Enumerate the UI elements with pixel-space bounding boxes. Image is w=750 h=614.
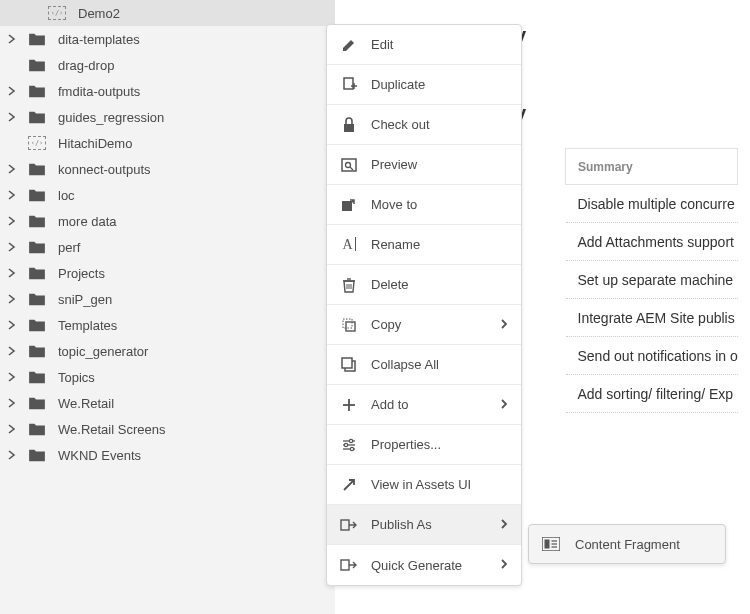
svg-line-6 — [350, 167, 353, 170]
menu-item-label: Properties... — [371, 437, 511, 452]
content-fragment-label: Content Fragment — [575, 537, 680, 552]
menu-item-label: Copy — [371, 317, 497, 332]
menu-item-move-to[interactable]: Move to — [327, 185, 521, 225]
tree-item-fmdita-outputs[interactable]: fmdita-outputs — [0, 78, 335, 104]
menu-item-quick-generate[interactable]: Quick Generate — [327, 545, 521, 585]
tree-item-label: Topics — [58, 370, 95, 385]
folder-icon — [26, 56, 48, 74]
menu-item-label: Publish As — [371, 517, 497, 532]
table-row[interactable]: Disable multiple concurre — [566, 185, 738, 223]
chevron-right-icon[interactable] — [4, 291, 20, 307]
tree-item-label: Projects — [58, 266, 105, 281]
chevron-right-icon[interactable] — [4, 395, 20, 411]
folder-icon — [26, 290, 48, 308]
chevron-right-icon[interactable] — [4, 421, 20, 437]
tree-item-we-retail-screens[interactable]: We.Retail Screens — [0, 416, 335, 442]
summary-cell: Send out notifications in o — [566, 337, 738, 375]
duplicate-icon — [337, 75, 361, 95]
menu-item-rename[interactable]: ARename — [327, 225, 521, 265]
folder-icon — [26, 212, 48, 230]
chevron-right-icon[interactable] — [4, 239, 20, 255]
tree-item-label: loc — [58, 188, 75, 203]
folder-icon — [26, 316, 48, 334]
tree-item-snip-gen[interactable]: sniP_gen — [0, 286, 335, 312]
chevron-right-icon[interactable] — [4, 161, 20, 177]
table-row[interactable]: Add sorting/ filtering/ Exp — [566, 375, 738, 413]
menu-item-delete[interactable]: Delete — [327, 265, 521, 305]
svg-point-22 — [344, 443, 347, 446]
menu-item-properties-[interactable]: Properties... — [327, 425, 521, 465]
copy-icon — [337, 315, 361, 335]
menu-item-add-to[interactable]: Add to — [327, 385, 521, 425]
menu-item-copy[interactable]: Copy — [327, 305, 521, 345]
table-row[interactable]: Send out notifications in o — [566, 337, 738, 375]
tree-item-templates[interactable]: Templates — [0, 312, 335, 338]
tree-item-dita-templates[interactable]: dita-templates — [0, 26, 335, 52]
chevron-right-icon[interactable] — [4, 447, 20, 463]
chevron-right-icon[interactable] — [4, 317, 20, 333]
table-row[interactable]: Set up separate machine — [566, 261, 738, 299]
tree-item-projects[interactable]: Projects — [0, 260, 335, 286]
menu-item-label: Delete — [371, 277, 511, 292]
tree-item-topic-generator[interactable]: topic_generator — [0, 338, 335, 364]
menu-item-collapse-all[interactable]: Collapse All — [327, 345, 521, 385]
tree-item-konnect-outputs[interactable]: konnect-outputs — [0, 156, 335, 182]
menu-item-label: Edit — [371, 37, 511, 52]
tree-item-label: We.Retail Screens — [58, 422, 165, 437]
tree-item-we-retail[interactable]: We.Retail — [0, 390, 335, 416]
publish-as-submenu[interactable]: Content Fragment — [528, 524, 726, 564]
tree-item-perf[interactable]: perf — [0, 234, 335, 260]
folder-icon — [26, 264, 48, 282]
chevron-right-icon[interactable] — [4, 31, 20, 47]
rename-icon: A — [337, 235, 361, 255]
tree-item-label: more data — [58, 214, 117, 229]
menu-item-label: Collapse All — [371, 357, 511, 372]
folder-icon — [26, 420, 48, 438]
table-row[interactable]: Integrate AEM Site publis — [566, 299, 738, 337]
tree-item-wknd-events[interactable]: WKND Events — [0, 442, 335, 468]
chevron-right-icon[interactable] — [4, 265, 20, 281]
chevron-right-icon[interactable] — [4, 213, 20, 229]
chevron-right-icon[interactable] — [4, 83, 20, 99]
menu-item-duplicate[interactable]: Duplicate — [327, 65, 521, 105]
folder-icon — [26, 342, 48, 360]
menu-item-label: View in Assets UI — [371, 477, 511, 492]
tree-item-topics[interactable]: Topics — [0, 364, 335, 390]
chevron-right-icon[interactable] — [4, 187, 20, 203]
tree-item-more-data[interactable]: more data — [0, 208, 335, 234]
chevron-right-icon — [497, 517, 511, 533]
summary-column-header[interactable]: Summary — [566, 149, 738, 185]
svg-rect-14 — [346, 322, 355, 331]
trash-icon — [337, 275, 361, 295]
svg-rect-16 — [342, 358, 352, 368]
summary-cell: Add Attachments support — [566, 223, 738, 261]
preview-icon — [337, 155, 361, 175]
menu-item-view-in-assets-ui[interactable]: View in Assets UI — [327, 465, 521, 505]
chevron-right-icon[interactable] — [4, 109, 20, 125]
tree-item-guides-regression[interactable]: guides_regression — [0, 104, 335, 130]
summary-cell: Disable multiple concurre — [566, 185, 738, 223]
menu-item-preview[interactable]: Preview — [327, 145, 521, 185]
menu-item-edit[interactable]: Edit — [327, 25, 521, 65]
tree-item-label: drag-drop — [58, 58, 114, 73]
svg-rect-3 — [344, 124, 354, 132]
menu-item-check-out[interactable]: Check out — [327, 105, 521, 145]
summary-cell: Add sorting/ filtering/ Exp — [566, 375, 738, 413]
folder-icon — [26, 160, 48, 178]
tree-item-label: guides_regression — [58, 110, 164, 125]
tree-item-hitachidemo[interactable]: ‹/›HitachiDemo — [0, 130, 335, 156]
menu-item-label: Rename — [371, 237, 511, 252]
menu-item-label: Move to — [371, 197, 511, 212]
properties-icon — [337, 435, 361, 455]
chevron-right-icon[interactable] — [4, 369, 20, 385]
table-row[interactable]: Add Attachments support — [566, 223, 738, 261]
menu-item-label: Check out — [371, 117, 511, 132]
menu-item-publish-as[interactable]: Publish As — [327, 505, 521, 545]
folder-icon — [26, 394, 48, 412]
tree-item-loc[interactable]: loc — [0, 182, 335, 208]
tree-item-drag-drop[interactable]: drag-drop — [0, 52, 335, 78]
chevron-right-icon — [497, 397, 511, 413]
publish-icon — [337, 555, 361, 575]
chevron-right-icon[interactable] — [4, 343, 20, 359]
tree-item-demo2[interactable]: ‹/›Demo2 — [0, 0, 335, 26]
